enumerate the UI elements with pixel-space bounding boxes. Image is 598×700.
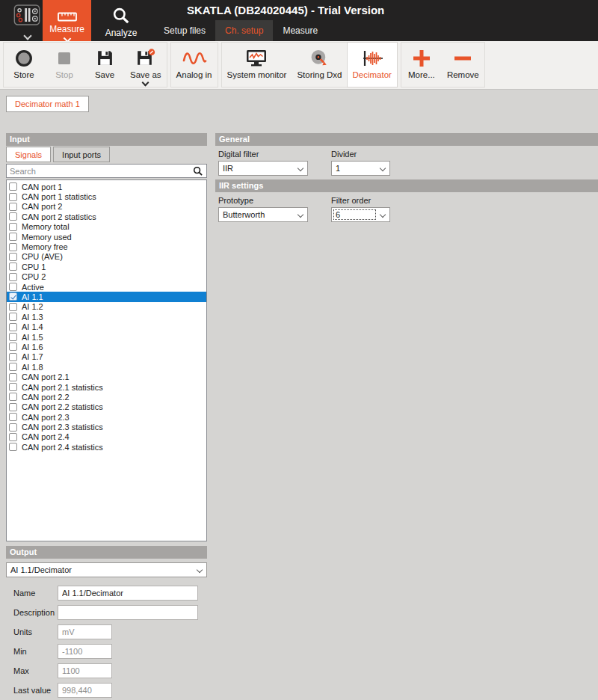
list-item[interactable]: AI 1.2	[7, 302, 206, 312]
signal-checkbox[interactable]	[9, 443, 17, 451]
save-button[interactable]: Save	[84, 43, 125, 87]
tab-decimator-math-1[interactable]: Decimator math 1	[6, 96, 89, 112]
tab-ch-setup[interactable]: Ch. setup	[215, 20, 273, 41]
save-as-button[interactable]: Save as	[125, 43, 167, 87]
filter-order-select[interactable]: 6	[331, 207, 390, 222]
iir-settings-header: IIR settings	[215, 179, 598, 192]
list-item[interactable]: Active	[7, 282, 206, 292]
list-item[interactable]: CAN port 1	[7, 182, 206, 191]
signal-checkbox[interactable]	[9, 203, 17, 211]
list-item[interactable]: CAN port 1 statistics	[7, 191, 206, 201]
list-item[interactable]: CAN port 2 statistics	[7, 212, 206, 221]
signal-label: CAN port 1 statistics	[22, 192, 96, 201]
description-field[interactable]	[58, 605, 198, 620]
tab-setup-files[interactable]: Setup files	[154, 20, 215, 41]
signal-checkbox[interactable]	[9, 393, 17, 401]
output-channel-select[interactable]: AI 1.1/Decimator	[6, 562, 207, 577]
signal-checkbox[interactable]	[9, 333, 17, 341]
signal-checkbox[interactable]	[9, 292, 17, 301]
list-item[interactable]: Memory used	[7, 232, 206, 242]
prototype-select[interactable]: Butterworth	[218, 207, 308, 222]
app-window: Measure Analyze SKATLA (DB24020445) - Tr…	[0, 0, 598, 700]
units-label: Units	[13, 627, 32, 636]
list-item[interactable]: CAN port 2.2 statistics	[7, 402, 206, 412]
list-item[interactable]: AI 1.7	[7, 352, 206, 362]
store-button[interactable]: Store	[4, 43, 44, 87]
last-value-field[interactable]	[58, 683, 112, 698]
list-item[interactable]: CAN port 2.2	[7, 392, 206, 402]
signal-checkbox[interactable]	[9, 243, 17, 251]
signal-checkbox[interactable]	[9, 223, 17, 231]
signal-checkbox[interactable]	[9, 323, 17, 331]
signal-checkbox[interactable]	[9, 433, 17, 441]
signal-checkbox[interactable]	[9, 383, 17, 391]
list-item[interactable]: CAN port 2	[7, 202, 206, 212]
signal-checkbox[interactable]	[9, 193, 17, 201]
signal-checkbox[interactable]	[9, 353, 17, 361]
list-item[interactable]: CAN port 2.4	[7, 432, 206, 442]
min-field[interactable]	[58, 644, 112, 659]
ribbon-tab-analyze[interactable]: Analyze	[96, 0, 147, 41]
list-item[interactable]: CAN port 2.1 statistics	[7, 382, 206, 392]
list-item[interactable]: CAN port 2.1	[7, 372, 206, 381]
signal-label: CAN port 1	[22, 182, 62, 191]
signal-checkbox[interactable]	[9, 373, 17, 381]
stop-button[interactable]: Stop	[44, 43, 84, 87]
list-item[interactable]: CAN port 2.3 statistics	[7, 422, 206, 432]
storing-dxd-button[interactable]: Storing Dxd	[292, 43, 347, 87]
max-field[interactable]	[58, 663, 112, 678]
list-item[interactable]: CAN port 2.3	[7, 412, 206, 422]
toolbar-group-analog: Analog in	[170, 42, 218, 88]
name-field[interactable]	[58, 586, 198, 601]
signal-checkbox[interactable]	[9, 403, 17, 411]
list-item[interactable]: CPU 1	[7, 262, 206, 271]
signal-checkbox[interactable]	[9, 262, 17, 271]
list-item[interactable]: Memory total	[7, 222, 206, 232]
signal-checkbox[interactable]	[9, 253, 17, 261]
tab-input-ports[interactable]: Input ports	[53, 147, 110, 162]
remove-button[interactable]: Remove	[442, 43, 484, 87]
signal-checkbox[interactable]	[9, 423, 17, 432]
list-item[interactable]: Memory free	[7, 242, 206, 251]
signal-label: Memory free	[22, 242, 68, 251]
search-input[interactable]	[7, 166, 193, 176]
signal-checkbox[interactable]	[9, 413, 17, 421]
list-item[interactable]: AI 1.8	[7, 362, 206, 372]
list-item[interactable]: AI 1.1	[7, 292, 206, 301]
input-source-tabs: Signals Input ports	[6, 147, 112, 162]
chevron-down-icon	[298, 212, 303, 218]
ribbon-tab-measure[interactable]: Measure	[43, 0, 91, 41]
signal-label: CPU 1	[22, 262, 46, 271]
analog-in-button[interactable]: Analog in	[171, 43, 218, 87]
digital-filter-select[interactable]: IIR	[218, 161, 308, 176]
divider-select[interactable]: 1	[331, 161, 390, 176]
list-item[interactable]: AI 1.4	[7, 322, 206, 331]
list-item[interactable]: AI 1.3	[7, 312, 206, 322]
hardware-menu-button[interactable]	[10, 3, 43, 39]
signal-label: CAN port 2.2 statistics	[22, 402, 103, 411]
signal-checkbox[interactable]	[9, 273, 17, 281]
signal-checkbox[interactable]	[9, 363, 17, 371]
list-item[interactable]: CPU (AVE)	[7, 252, 206, 262]
tab-signals[interactable]: Signals	[6, 147, 51, 162]
signal-checkbox[interactable]	[9, 313, 17, 321]
signal-checkbox[interactable]	[9, 182, 17, 191]
stop-square-icon	[55, 46, 73, 70]
units-field[interactable]	[58, 624, 112, 639]
more-button[interactable]: More...	[401, 43, 442, 87]
list-item[interactable]: AI 1.6	[7, 342, 206, 351]
tab-measure[interactable]: Measure	[273, 20, 327, 41]
list-item[interactable]: AI 1.5	[7, 332, 206, 342]
signal-checkbox[interactable]	[9, 212, 17, 221]
list-item[interactable]: CAN port 2.4 statistics	[7, 442, 206, 452]
system-monitor-button[interactable]: System monitor	[222, 43, 292, 87]
list-item[interactable]: CPU 2	[7, 272, 206, 282]
min-label: Min	[13, 647, 27, 656]
signal-checkbox[interactable]	[9, 283, 17, 291]
signal-checkbox[interactable]	[9, 233, 17, 241]
signal-checkbox[interactable]	[9, 303, 17, 311]
signal-checkbox[interactable]	[9, 343, 17, 351]
search-icon[interactable]	[193, 166, 203, 176]
decimator-button[interactable]: Decimator	[348, 43, 397, 87]
signals-list[interactable]: CAN port 1 CAN port 1 statistics CAN por…	[6, 179, 207, 541]
